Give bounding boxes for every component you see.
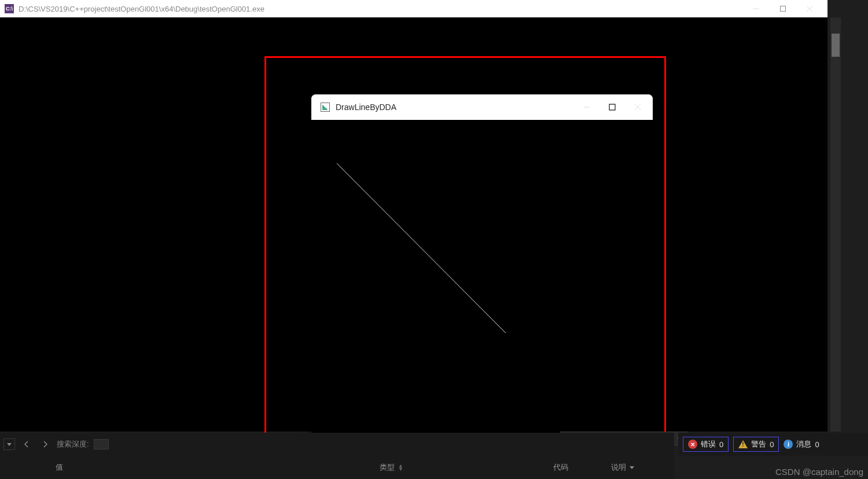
dda-line-rendering [311,120,653,462]
console-window-controls [743,0,823,17]
close-icon [634,103,642,111]
glut-maximize-button[interactable] [606,101,618,113]
svg-rect-5 [609,104,615,110]
messages-count: 0 [815,440,819,449]
glut-window: DrawLineByDDA [311,94,653,462]
svg-rect-1 [781,6,786,12]
arrow-right-icon [41,440,50,449]
errors-count: 0 [719,440,723,449]
sort-icon: ▲▼ [398,464,403,471]
glut-app-icon [321,103,330,112]
glut-titlebar[interactable]: DrawLineByDDA [311,94,653,120]
column-label: 说明 [611,462,626,473]
errors-label: 错误 [701,439,716,449]
messages-filter-button[interactable]: i 消息 0 [784,439,819,449]
chevron-down-icon [7,442,12,447]
ide-scrollbar[interactable] [830,17,841,432]
info-icon: i [784,440,793,449]
column-header-value[interactable]: 值 [56,462,380,473]
column-header-code[interactable]: 代码 [553,462,611,473]
column-label: 类型 [380,462,395,473]
watermark-text: CSDN @captain_dong [775,467,863,477]
errors-filter-button[interactable]: ✕ 错误 0 [683,437,729,452]
minimize-icon [753,5,760,12]
nav-back-button[interactable] [20,437,34,451]
svg-marker-10 [630,466,634,469]
results-table-header: 值 类型 ▲▼ 代码 说明 [0,456,674,479]
minimize-icon [583,103,591,111]
search-depth-label: 搜索深度: [57,439,89,449]
glut-close-button[interactable] [632,101,643,113]
maximize-button[interactable] [770,0,796,17]
scrollbar-thumb[interactable] [832,34,840,57]
warnings-count: 0 [770,440,774,449]
glut-title: DrawLineByDDA [336,103,575,112]
glut-render-area [311,120,653,462]
warning-icon [738,440,748,448]
column-header-type[interactable]: 类型 ▲▼ [380,462,553,473]
glut-window-controls [581,101,643,113]
console-titlebar[interactable]: C:\ D:\CS\VS2019\C++project\testOpenGl00… [0,0,827,17]
console-body: DrawLineByDDA [0,17,827,432]
close-button[interactable] [796,0,823,17]
column-header-description[interactable]: 说明 [611,462,669,473]
glut-minimize-button[interactable] [581,101,593,113]
warnings-filter-button[interactable]: 警告 0 [733,437,779,452]
minimize-button[interactable] [743,0,770,17]
console-app-icon: C:\ [5,4,14,13]
search-nav-bar: 搜索深度: [0,433,674,456]
search-depth-select[interactable] [94,439,109,449]
maximize-icon [608,103,616,111]
nav-options-dropdown[interactable] [3,438,15,450]
error-icon: ✕ [688,440,697,449]
console-title: D:\CS\VS2019\C++project\testOpenGl001\x6… [19,5,738,13]
warnings-label: 警告 [751,439,766,449]
nav-forward-button[interactable] [38,437,52,451]
svg-marker-9 [7,443,12,446]
arrow-left-icon [22,440,31,449]
maximize-icon [779,5,786,12]
console-window: C:\ D:\CS\VS2019\C++project\testOpenGl00… [0,0,827,432]
chevron-down-icon [630,465,634,470]
error-list-filters: ✕ 错误 0 警告 0 i 消息 0 [678,433,868,456]
close-icon [806,5,813,12]
messages-label: 消息 [796,439,811,449]
svg-line-8 [337,163,506,333]
